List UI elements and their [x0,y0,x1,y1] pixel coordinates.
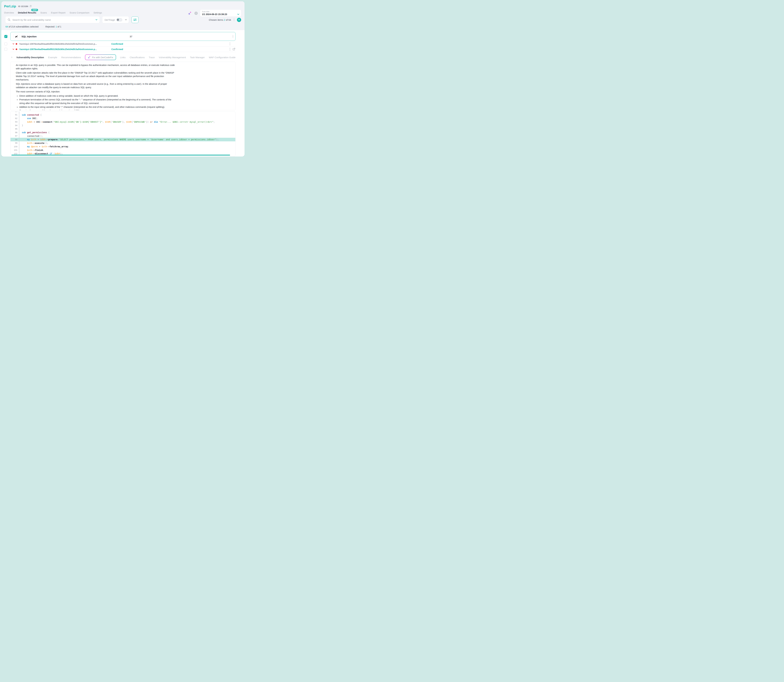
chevron-down-icon[interactable] [13,49,14,50]
code-token [22,138,27,141]
triage-toggle[interactable] [116,18,122,21]
code-line[interactable]: 90 [11,112,235,113]
tab-classifications[interactable]: Classifications [130,56,145,59]
code-token: use [27,117,32,120]
nav-tab-detailed-results[interactable]: Detailed ResultsSAST [18,11,37,14]
open-in-new-window-icon[interactable] [233,48,235,50]
file-path[interactable]: Yaomiqui-10978ee6ad54aa60df831582b365c25… [19,48,97,51]
file-row[interactable]: Yaomiqui-10978ee6ad54aa60df831582b365c25… [1,46,245,52]
code-token: ( [54,152,55,155]
code-token: -> [32,149,35,151]
clear-selection-button[interactable]: × [237,18,241,22]
code-token: { [132,121,133,123]
kebab-menu-icon[interactable] [229,42,231,46]
group-row[interactable]: SQL injection 37 [1,32,245,41]
code-token [39,138,40,141]
group-card[interactable]: SQL injection 37 [10,32,235,41]
search-box [5,16,100,23]
filters-button[interactable] [132,16,138,23]
severity-dot [16,48,17,50]
tab-recommendations[interactable]: Recommendations [61,56,81,59]
code-token: { [48,131,49,134]
code-token: $VAR [105,121,110,123]
code-line[interactable]: 96sub get_permissions { [11,131,235,134]
code-token [39,113,40,116]
code-line[interactable]: 99 $sth->execute(); [11,141,235,145]
code-token: prepare [48,138,57,141]
horizontal-scrollbar[interactable] [11,155,230,156]
tab-waf-configuration-guide[interactable]: WAF Configuration Guide [209,56,235,59]
code-line[interactable]: 92 use DBI; [11,116,235,120]
code-line[interactable]: 93 $dbh = DBI->connect("DBI:mysql:$VAR{'… [11,120,235,124]
code-token: my [27,138,31,141]
tab-vulnerability-management[interactable]: Vulnerability Management [159,56,186,59]
code-text: } [19,124,23,127]
code-text: $sth->execute(); [19,142,48,144]
nav-tab-label: Scans [40,11,47,14]
info-icon[interactable]: i [194,12,198,15]
search-input[interactable] [12,18,94,21]
code-token [47,131,48,134]
code-token: finish [35,149,43,151]
code-body: 9091sub connected {92 use DBI;93 $dbh = … [11,112,235,156]
chevron-down-icon[interactable] [95,19,97,21]
tab-trace[interactable]: Trace [149,56,155,59]
copy-icon[interactable] [29,5,32,8]
scan-date-select[interactable]: Scan date 1/1 2024-09-23 15:39:23 [200,10,241,17]
code-token: -> [47,145,49,148]
fix-with-dercodefix-button[interactable]: Fix with DerCodeFix [85,54,116,60]
code-line[interactable]: 97 connected(); [11,134,235,138]
code-token: ; [213,121,215,123]
code-token: $sth [27,149,32,151]
file-checkbox[interactable] [5,48,7,51]
line-number: 96 [11,131,19,134]
tab-task-manager[interactable]: Task Manager [190,56,205,59]
file-row[interactable]: Yaomiqui-10978ee6ad54aa60df831582b365c25… [1,41,245,46]
expand-icon[interactable] [11,56,12,59]
code-token: my [27,145,31,148]
code-token: ; [37,117,38,120]
nav-tab-overview[interactable]: Overview [4,11,14,14]
code-token: ( [57,138,59,141]
code-token [22,149,27,151]
tab-vulnerability-description[interactable]: Vulnerability Description [16,56,44,59]
line-number: 91 [11,113,19,117]
code-line[interactable]: 91sub connected { [11,113,235,117]
kebab-menu-icon[interactable] [229,48,231,51]
group-checkbox[interactable] [5,35,7,38]
code-token: $dbh [27,152,32,155]
triage-select[interactable]: DerTriage [102,16,129,23]
nav-tab-export-report[interactable]: Export Report [51,11,65,14]
code-token [37,138,38,141]
nav-tab-scans[interactable]: Scans [40,11,47,14]
vulnerability-description-panel: An injection in an SQL query is possible… [10,62,235,110]
status-badge[interactable]: Confirmed [111,43,123,45]
file-checkbox[interactable] [5,43,7,45]
code-token: @perm [31,145,38,148]
line-number: 94 [11,124,19,127]
code-token: $sth [41,145,47,148]
code-line[interactable]: 98 my $sth = $dbh->prepare("SELECT permi… [11,138,235,141]
description-bullet: Guessing the password through sequential… [19,109,177,110]
tab-links[interactable]: Links [120,56,126,59]
nav-tab-settings[interactable]: Settings [94,11,102,14]
code-token: -> [32,142,35,144]
chevron-down-icon[interactable] [13,43,14,45]
fix-button-label: Fix with DerCodeFix [92,56,113,59]
ai-assistant-icon[interactable] [188,11,192,15]
scan-id-label: ID 1E31B6 [18,5,28,8]
code-line[interactable]: 100 my @perm = $sth->fetchrow_array; [11,145,235,148]
nav-tab-scans-comparison[interactable]: Scans Comparison [70,11,89,14]
toolbar: DerTriage Chosen items 2 of 64 [5,16,241,23]
status-badge[interactable]: Confirmed [111,48,123,51]
code-line[interactable]: 95 [11,127,235,131]
kebab-menu-icon[interactable] [232,35,234,38]
file-path[interactable]: Yaomiqui-10978ee6ad54aa60df831582b365c25… [19,43,97,45]
code-token: ; [68,145,69,148]
kebab-menu-icon[interactable] [233,18,235,21]
code-line[interactable]: 94} [11,124,235,127]
code-token: "SELECT permissions.* FROM users, permis… [59,138,216,141]
tab-example[interactable]: Example [48,56,57,59]
code-line[interactable]: 101 $sth->finish; [11,148,235,152]
nav-tab-label: Overview [4,11,14,14]
